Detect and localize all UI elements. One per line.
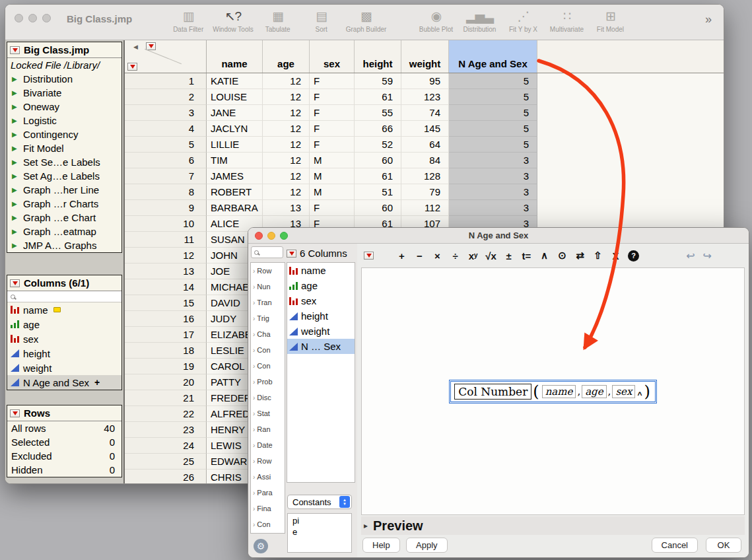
script-item[interactable]: ▶Contingency [7, 127, 121, 141]
formula-arg[interactable]: sex [612, 385, 635, 398]
toolbar-graph-builder[interactable]: ▩Graph Builder [343, 8, 390, 33]
dialog-column-item[interactable]: sex [287, 293, 355, 308]
cell-height[interactable]: 55 [355, 105, 401, 121]
column-item[interactable]: name [7, 302, 121, 317]
row-number[interactable]: 1 [125, 73, 207, 89]
collapse-panel-icon[interactable]: ◀ [133, 44, 138, 50]
function-category[interactable]: ›Date [251, 437, 285, 453]
column-header-age[interactable]: age [263, 40, 310, 73]
toolbar-sort[interactable]: ▤Sort [300, 8, 343, 33]
constant-item[interactable]: e [288, 526, 351, 538]
cell-weight[interactable]: 128 [401, 168, 449, 184]
formula-arg[interactable]: name [542, 385, 576, 398]
columns-search-input[interactable] [7, 291, 121, 302]
toolbar-data-filter[interactable]: ▥Data Filter [166, 8, 210, 33]
row-number[interactable]: 25 [125, 454, 207, 470]
toolbar-window-tools[interactable]: ↖?Window Tools [210, 8, 256, 33]
root-button[interactable]: √x [485, 250, 496, 262]
cell-weight[interactable]: 79 [401, 184, 449, 200]
function-category[interactable]: ›Cha [251, 326, 285, 342]
row-number[interactable]: 13 [125, 263, 207, 279]
cell-sex[interactable]: F [310, 121, 355, 137]
row-number[interactable]: 22 [125, 406, 207, 422]
delete-expression-button[interactable]: X [610, 250, 621, 262]
function-category[interactable]: ›Tran [251, 295, 285, 310]
toolbar-distribution[interactable]: ▂▅▃Distribution [458, 8, 501, 33]
row-number[interactable]: 5 [125, 137, 207, 153]
red-triangle-menu-icon[interactable] [10, 279, 20, 287]
function-category[interactable]: ›Con [251, 516, 285, 532]
columns-menu-icon[interactable] [146, 42, 156, 50]
cell-nas[interactable]: 5 [449, 73, 537, 89]
row-number[interactable]: 7 [125, 168, 207, 184]
cell-sex[interactable]: F [310, 137, 355, 153]
script-item[interactable]: ▶Oneway [7, 100, 121, 114]
script-item[interactable]: ▶Set Se…e Labels [7, 155, 121, 169]
row-number[interactable]: 23 [125, 422, 207, 438]
cell-nas[interactable]: 3 [449, 153, 537, 168]
row-number[interactable]: 16 [125, 311, 207, 327]
cell-sex[interactable]: F [310, 73, 355, 89]
row-number[interactable]: 14 [125, 279, 207, 295]
unary-sign-button[interactable]: ± [503, 250, 514, 262]
cell-age[interactable]: 12 [263, 153, 310, 168]
row-number[interactable]: 9 [125, 200, 207, 216]
cell-weight[interactable]: 112 [401, 200, 449, 216]
cell-height[interactable]: 60 [355, 153, 401, 168]
redo-button[interactable]: ↪ [703, 250, 712, 262]
column-item[interactable]: sex [7, 332, 121, 346]
formula-canvas[interactable]: Col Number ( name,age,sex ^ ) [361, 267, 745, 515]
help-button[interactable]: Help [362, 538, 400, 553]
row-number[interactable]: 26 [125, 470, 207, 483]
column-header-weight[interactable]: weight [401, 40, 449, 73]
rows-menu-icon[interactable] [127, 63, 137, 71]
function-category[interactable]: ›Con [251, 358, 285, 374]
row-number[interactable]: 17 [125, 327, 207, 343]
cell-nas[interactable]: 3 [449, 184, 537, 200]
script-item[interactable]: ▶Graph …her Line [7, 183, 121, 197]
cell-height[interactable]: 61 [355, 168, 401, 184]
cell-name[interactable]: LILLIE [207, 137, 263, 153]
toolbar-fit-model[interactable]: ⊞Fit Model [588, 8, 632, 33]
row-number[interactable]: 10 [125, 216, 207, 232]
dialog-column-item[interactable]: height [287, 308, 355, 324]
cell-nas[interactable]: 5 [449, 105, 537, 121]
function-category[interactable]: ›Fina [251, 501, 285, 516]
cell-nas[interactable]: 5 [449, 137, 537, 153]
cell-age[interactable]: 12 [263, 168, 310, 184]
column-item[interactable]: N Age and Sex+ [7, 375, 121, 390]
script-item[interactable]: ▶Bivariate [7, 86, 121, 100]
column-item[interactable]: weight [7, 361, 121, 375]
function-category[interactable]: ›Nun [251, 279, 285, 295]
toolbar-multivariate[interactable]: ∷Multivariate [545, 8, 588, 33]
red-triangle-menu-icon[interactable] [10, 409, 20, 417]
dialog-column-item[interactable]: N … Sex [287, 339, 355, 354]
cell-weight[interactable]: 123 [401, 89, 449, 105]
script-item[interactable]: ▶Graph …eatmap [7, 225, 121, 238]
cell-name[interactable]: JACLYN [207, 121, 263, 137]
peel-expression-button[interactable]: ∧ [539, 250, 550, 262]
copy-expression-button[interactable]: ⇧ [592, 250, 603, 262]
toolbar-fit-y-by-x[interactable]: ⋰Fit Y by X [501, 8, 545, 33]
cell-height[interactable]: 60 [355, 200, 401, 216]
formula-expression[interactable]: Col Number ( name,age,sex ^ ) [450, 381, 656, 402]
column-header-name[interactable]: name [207, 40, 263, 73]
red-triangle-menu-icon[interactable] [287, 250, 296, 258]
cell-height[interactable]: 61 [355, 89, 401, 105]
preview-section[interactable]: ▸ Preview [361, 516, 745, 535]
cell-age[interactable]: 13 [263, 200, 310, 216]
cell-name[interactable]: KATIE [207, 73, 263, 89]
cell-sex[interactable]: M [310, 168, 355, 184]
cell-sex[interactable]: M [310, 153, 355, 168]
cell-nas[interactable]: 5 [449, 89, 537, 105]
function-category[interactable]: ›Row [251, 263, 285, 279]
row-number[interactable]: 24 [125, 438, 207, 454]
switch-terms-button[interactable]: ⇄ [574, 250, 586, 262]
cell-sex[interactable]: F [310, 200, 355, 216]
row-number[interactable]: 21 [125, 390, 207, 406]
cell-height[interactable]: 51 [355, 184, 401, 200]
cell-nas[interactable]: 3 [449, 168, 537, 184]
cell-name[interactable]: JAMES [207, 168, 263, 184]
dialog-column-item[interactable]: name [287, 263, 355, 278]
undo-button[interactable]: ↩ [686, 250, 695, 262]
